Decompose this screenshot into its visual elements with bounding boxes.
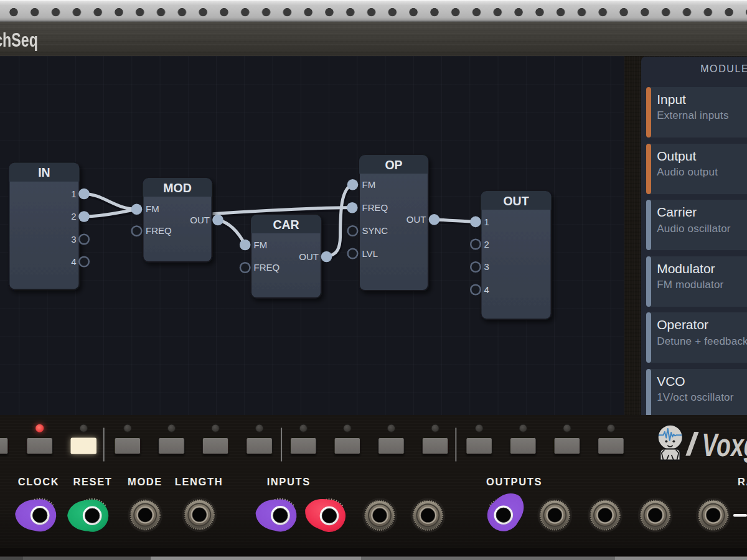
svg-text:OUT: OUT — [190, 215, 210, 225]
svg-text:1: 1 — [71, 189, 76, 199]
svg-text:RA: RA — [738, 476, 747, 487]
svg-text:2: 2 — [484, 239, 489, 250]
svg-text:3: 3 — [71, 234, 76, 245]
svg-text:LVL: LVL — [362, 248, 378, 259]
svg-text:OP: OP — [385, 158, 402, 172]
svg-text:CAR: CAR — [273, 218, 299, 231]
svg-text:4: 4 — [71, 256, 76, 267]
svg-text:OUTPUTS: OUTPUTS — [486, 476, 542, 487]
svg-text:CLOCK: CLOCK — [18, 476, 60, 487]
svg-text:2: 2 — [71, 211, 76, 222]
svg-text:FREQ: FREQ — [254, 262, 280, 273]
svg-text:SYNC: SYNC — [362, 225, 388, 236]
svg-text:MOD: MOD — [163, 181, 192, 195]
svg-text:FREQ: FREQ — [146, 225, 172, 236]
svg-text:FM: FM — [362, 179, 376, 190]
svg-text:IN: IN — [38, 166, 50, 179]
svg-text:OUT: OUT — [503, 194, 529, 208]
svg-text:FM: FM — [254, 240, 268, 250]
svg-text:4: 4 — [484, 284, 489, 295]
svg-text:Voxglitch: Voxglitch — [702, 427, 747, 464]
svg-text:FREQ: FREQ — [362, 202, 388, 213]
svg-text:LENGTH: LENGTH — [175, 476, 223, 487]
svg-text:MODE: MODE — [128, 476, 162, 487]
svg-text:FM: FM — [146, 203, 159, 214]
svg-text:INPUTS: INPUTS — [267, 476, 311, 487]
svg-text:OUT: OUT — [406, 214, 426, 225]
svg-text:OUT: OUT — [299, 251, 319, 262]
svg-text:3: 3 — [484, 261, 489, 272]
svg-text:RESET: RESET — [73, 476, 112, 487]
svg-text:1: 1 — [484, 217, 489, 227]
